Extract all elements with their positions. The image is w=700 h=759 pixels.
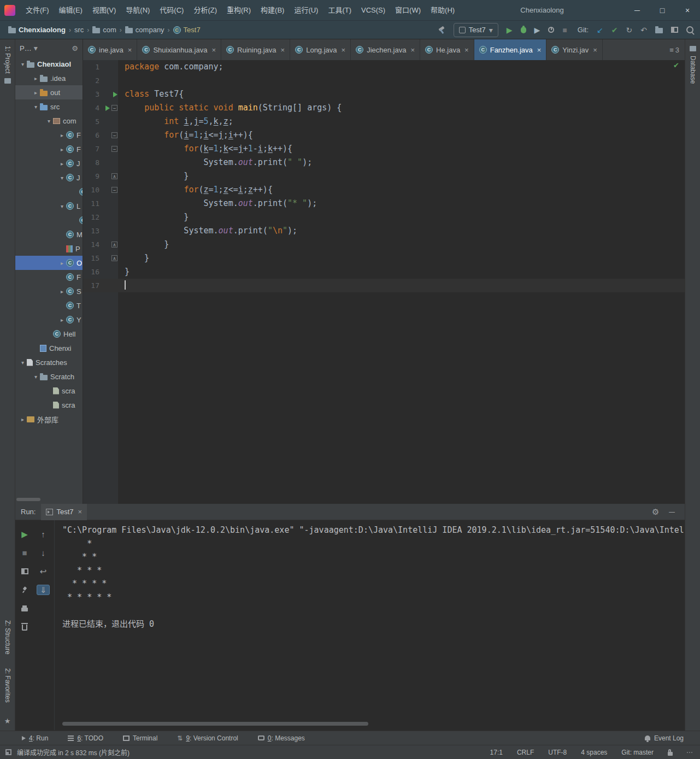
menu-item[interactable]: 编辑(E) (54, 0, 87, 21)
editor-tab[interactable]: CShuixianhua.java× (137, 39, 221, 60)
fold-end-icon[interactable]: ∧ (111, 255, 117, 261)
close-icon[interactable]: × (464, 46, 469, 54)
tree-item[interactable]: CT (15, 298, 83, 313)
tree-item[interactable]: ▸外部库 (15, 412, 83, 426)
tree-item[interactable]: ▸CF (15, 128, 83, 142)
event-log-button[interactable]: Event Log (645, 734, 684, 742)
up-stack-icon[interactable]: ↑ (41, 530, 45, 538)
menu-item[interactable]: 导航(N) (121, 0, 155, 21)
editor-layout-icon[interactable] (671, 27, 678, 33)
close-icon[interactable]: × (211, 46, 216, 54)
tree-item[interactable]: ▸CJ (15, 156, 83, 170)
menu-item[interactable]: 工具(T) (323, 0, 356, 21)
chevron-right-icon[interactable]: ▸ (58, 260, 66, 266)
console-hscrollbar[interactable] (62, 722, 368, 726)
toolwindow-button[interactable]: 6: TODO (68, 734, 103, 742)
menu-item[interactable]: 代码(C) (155, 0, 189, 21)
menu-item[interactable]: 分析(Z) (189, 0, 222, 21)
star-icon[interactable]: ★ (4, 717, 11, 725)
close-icon[interactable]: × (128, 46, 132, 54)
tree-item[interactable]: ▸CS (15, 284, 83, 298)
breadcrumb-item[interactable]: company (123, 26, 166, 34)
tree-item[interactable]: CF (15, 270, 83, 284)
menu-item[interactable]: VCS(S) (356, 0, 390, 21)
rollback-button[interactable]: ↶ (640, 26, 647, 34)
restore-layout-icon[interactable] (21, 568, 28, 574)
down-stack-icon[interactable]: ↓ (41, 549, 45, 557)
tree-item[interactable]: ▾Chenxiaol (15, 57, 83, 71)
git-branch[interactable]: Git: master (621, 749, 654, 756)
menu-item[interactable]: 视图(V) (87, 0, 121, 21)
run-tab[interactable]: Test7 × (41, 504, 87, 520)
file-encoding[interactable]: UTF-8 (548, 749, 567, 756)
chevron-right-icon[interactable]: ▸ (32, 90, 40, 96)
gear-icon[interactable]: ⚙ (652, 508, 659, 516)
editor-tab[interactable]: CFanzhen.java× (474, 39, 547, 60)
chevron-down-icon[interactable]: ▾ (45, 118, 53, 124)
chevron-down-icon[interactable]: ▾ (19, 360, 27, 366)
menu-item[interactable]: 构建(B) (256, 0, 289, 21)
rerun-button[interactable]: ▶ (21, 530, 28, 538)
fold-icon[interactable]: − (111, 105, 117, 111)
tree-item[interactable]: ▾com (15, 114, 83, 128)
chevron-down-icon[interactable]: ▾ (32, 374, 40, 380)
fold-icon[interactable]: − (111, 132, 117, 138)
stop-button[interactable]: ■ (22, 549, 27, 557)
git-update-button[interactable]: ↙ (597, 26, 603, 34)
chevron-right-icon[interactable]: ▸ (58, 146, 66, 152)
toolwindow-button-project[interactable]: 1: Project (4, 46, 11, 74)
tree-item[interactable]: ▾Scratch (15, 369, 83, 384)
toolwindow-toggle-icon[interactable] (5, 749, 11, 755)
run-config-select[interactable]: Test7 ▾ (454, 23, 498, 37)
tree-item[interactable]: ▾src (15, 99, 83, 114)
project-hscrollbar[interactable] (16, 498, 40, 501)
breadcrumb-item[interactable]: src (73, 26, 85, 34)
fold-end-icon[interactable]: ∧ (111, 173, 117, 179)
code-editor[interactable]: 1package com.company;23class Test7{4− pu… (83, 60, 685, 504)
menu-item[interactable]: 帮助(H) (426, 0, 460, 21)
cursor-position[interactable]: 17:1 (490, 749, 503, 756)
profiler-button[interactable] (548, 27, 554, 33)
chevron-right-icon[interactable]: ▸ (58, 161, 66, 167)
tree-item[interactable]: ▸CF (15, 142, 83, 156)
chevron-right-icon[interactable]: ▸ (58, 132, 66, 138)
fold-icon[interactable]: − (111, 146, 117, 152)
toolwindow-button-structure[interactable]: Z: Structure (4, 620, 11, 655)
print-icon[interactable] (21, 608, 28, 611)
editor-tab[interactable]: CYinzi.jav× (546, 39, 603, 60)
coverage-button[interactable]: ▶ (534, 26, 540, 34)
close-icon[interactable]: × (281, 46, 285, 54)
history-button[interactable]: ↻ (626, 26, 633, 34)
chevron-right-icon[interactable]: ▸ (32, 75, 40, 81)
close-icon[interactable]: × (78, 508, 83, 516)
select-in-project-icon[interactable] (655, 28, 663, 33)
console-output[interactable]: "C:\Program Files\Java\jdk-12.0.2\bin\ja… (55, 520, 685, 730)
menu-item[interactable]: 运行(U) (289, 0, 323, 21)
toolwindow-button[interactable]: 4: Run (22, 734, 48, 742)
tree-item[interactable]: ▸CO (15, 256, 83, 270)
lock-icon[interactable] (668, 752, 673, 756)
tree-item[interactable]: ▾Scratches (15, 355, 83, 369)
tree-item[interactable]: scra (15, 398, 83, 412)
gear-icon[interactable]: ⚙ (72, 45, 78, 52)
close-icon[interactable]: × (410, 46, 415, 54)
fold-end-icon[interactable]: ∧ (111, 242, 117, 248)
menu-item[interactable]: 重构(R) (222, 0, 256, 21)
debug-button[interactable] (521, 27, 526, 33)
close-icon[interactable]: × (593, 46, 597, 54)
tree-item[interactable]: C (15, 213, 83, 227)
toolwindow-button-favorites[interactable]: 2: Favorites (4, 668, 11, 703)
chevron-down-icon[interactable]: ▾ (58, 203, 66, 209)
editor-tab[interactable]: CJiechen.java× (351, 39, 420, 60)
toolwindow-button-database[interactable]: Database (689, 56, 697, 84)
close-button[interactable]: × (675, 0, 700, 21)
tree-item[interactable]: ▾CJ (15, 170, 83, 185)
editor-tab[interactable]: CLong.java× (290, 39, 351, 60)
tree-item[interactable]: C (15, 185, 83, 199)
menu-item[interactable]: 窗口(W) (390, 0, 426, 21)
hidden-tabs-button[interactable]: ≡ 3 (664, 39, 685, 60)
indent-setting[interactable]: 4 spaces (581, 749, 607, 756)
tree-item[interactable]: ▸out (15, 85, 83, 99)
project-view-selector[interactable]: P… (20, 44, 32, 52)
soft-wrap-icon[interactable]: ↩ (40, 567, 47, 575)
